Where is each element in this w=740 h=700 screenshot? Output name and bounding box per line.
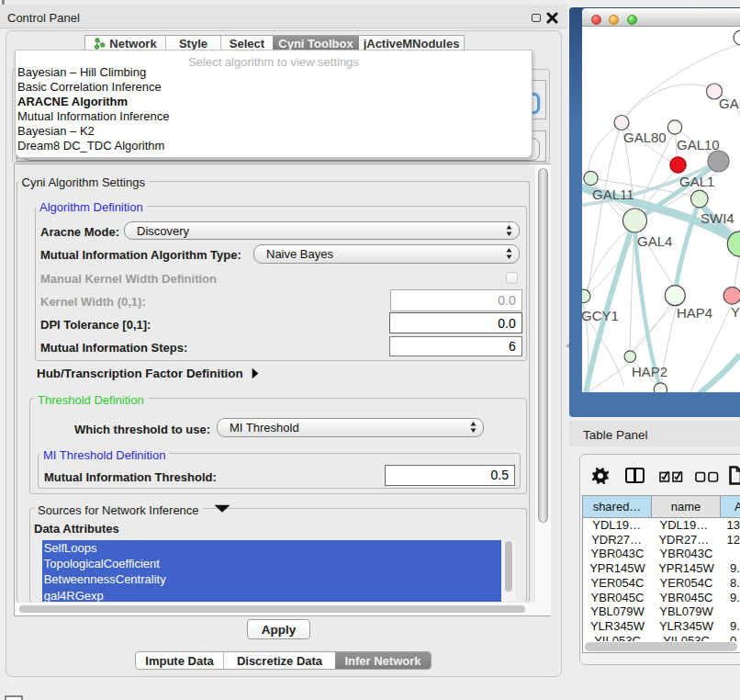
svg-text:SWI4: SWI4	[701, 210, 734, 226]
svg-text:GAL4: GAL4	[637, 233, 672, 249]
svg-text:HAP2: HAP2	[632, 364, 667, 379]
svg-text:GAL1: GAL1	[679, 174, 714, 189]
svg-text:HAP4: HAP4	[677, 305, 712, 321]
svg-text:GAL10: GAL10	[677, 137, 720, 152]
svg-text:GCY1: GCY1	[582, 308, 619, 323]
svg-text:GAL80: GAL80	[623, 130, 667, 145]
svg-text:GAL11: GAL11	[592, 186, 634, 202]
svg-text:Y: Y	[731, 304, 740, 320]
svg-text:GAL7: GAL7	[719, 96, 740, 111]
